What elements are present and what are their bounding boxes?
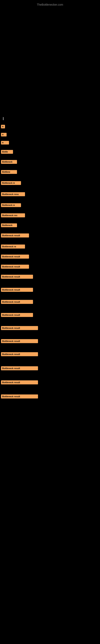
result-item: Bottleneck re: [1, 181, 21, 185]
bottleneck-result-badge: Bottleneck result: [1, 313, 33, 317]
result-item: Bottleneck result: [1, 366, 38, 370]
bottleneck-result-badge: Bottlene: [1, 170, 17, 174]
bottleneck-result-badge: Bottleneck result: [1, 265, 29, 269]
bottleneck-result-badge: B: [1, 133, 7, 136]
bottleneck-result-badge: Bottleneck result: [1, 380, 38, 384]
result-item: Bottleneck re: [1, 244, 25, 248]
result-item: Bottleneck result: [1, 326, 38, 330]
bottleneck-result-badge: Bottleneck: [1, 160, 17, 164]
bottleneck-result-badge: Bottleneck re: [1, 203, 21, 207]
bottleneck-result-badge: Bottleneck: [1, 224, 17, 227]
result-item: Bottleneck result: [1, 394, 38, 398]
bottleneck-result-badge: Bottle: [1, 150, 13, 154]
result-item: Bottleneck result: [1, 254, 29, 258]
cursor-indicator: |: [2, 116, 4, 121]
result-item: Bottleneck: [1, 160, 17, 164]
result-item: Bottleneck res: [1, 213, 25, 217]
result-item: |: [1, 117, 4, 120]
bottleneck-result-badge: Bottleneck result: [1, 288, 33, 292]
bottleneck-result-badge: Bottleneck re: [1, 181, 21, 185]
bottleneck-result-badge: Bottleneck resu: [1, 192, 25, 196]
site-title: TheBottlenecker.com: [0, 1, 100, 8]
result-item: Bottleneck result: [1, 234, 29, 238]
result-item: Bottleneck result: [1, 313, 33, 317]
bottleneck-result-badge: Bottleneck result: [1, 394, 38, 398]
bottleneck-result-badge: Bottleneck result: [1, 352, 38, 356]
result-item: Bottleneck result: [1, 275, 33, 279]
result-item: B: [1, 141, 9, 144]
bottleneck-result-badge: B: [1, 141, 9, 144]
result-item: Bottleneck result: [1, 300, 33, 304]
result-item: Bottleneck result: [1, 352, 38, 356]
bottleneck-result-badge: Bottleneck result: [1, 300, 33, 304]
result-item: Bottleneck result: [1, 339, 38, 343]
bottleneck-result-badge: Bottleneck result: [1, 366, 38, 370]
result-item: Bottleneck result: [1, 380, 38, 384]
result-item: Bottleneck result: [1, 265, 29, 269]
bottleneck-result-badge: Bottleneck res: [1, 213, 25, 217]
bottleneck-result-badge: Bottleneck re: [1, 244, 25, 248]
result-item: Bottleneck resu: [1, 192, 25, 196]
result-item: Bottleneck: [1, 224, 17, 227]
bottleneck-result-badge: Bottleneck result: [1, 234, 29, 238]
bottleneck-result-badge: Bottleneck result: [1, 326, 38, 330]
bottleneck-result-badge: Bottleneck result: [1, 275, 33, 279]
result-item: Bottlene: [1, 170, 17, 174]
result-item: Bottle: [1, 150, 13, 154]
result-item: Bottleneck re: [1, 203, 21, 207]
result-item: B: [1, 125, 5, 128]
result-item: B: [1, 133, 7, 136]
bottleneck-result-badge: Bottleneck result: [1, 339, 38, 343]
result-item: Bottleneck result: [1, 288, 33, 292]
bottleneck-result-badge: Bottleneck result: [1, 254, 29, 258]
bottleneck-result-badge: B: [1, 125, 5, 128]
